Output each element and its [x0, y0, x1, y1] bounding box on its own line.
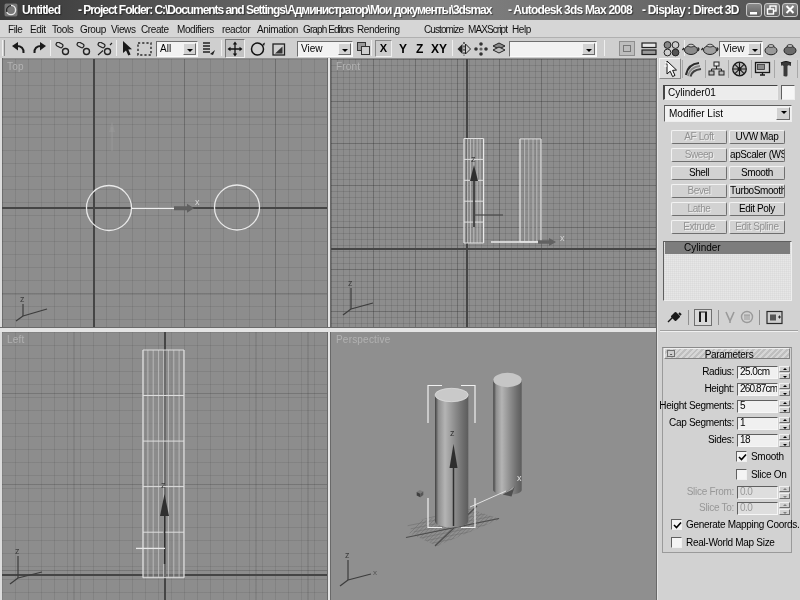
- svg-text:x: x: [560, 233, 565, 243]
- svg-text:z: z: [20, 294, 25, 304]
- svg-text:x: x: [373, 568, 377, 577]
- svg-text:z: z: [161, 480, 166, 490]
- svg-text:z: z: [471, 154, 476, 164]
- svg-text:x: x: [195, 197, 200, 207]
- svg-text:z: z: [15, 546, 20, 556]
- svg-text:z: z: [450, 428, 455, 438]
- svg-text:z: z: [348, 278, 353, 288]
- svg-text:x: x: [517, 473, 522, 483]
- svg-text:z: z: [345, 550, 350, 560]
